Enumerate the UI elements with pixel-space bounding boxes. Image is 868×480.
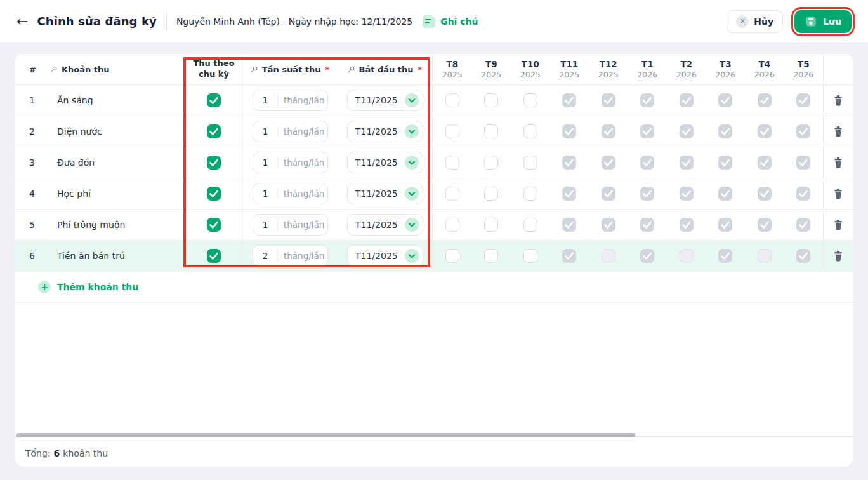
start-month-select[interactable]: T11/2025 <box>347 214 423 236</box>
month-checkbox <box>718 156 732 170</box>
chevron-down-icon[interactable] <box>405 124 419 138</box>
month-checkbox[interactable] <box>484 93 498 107</box>
cycle-checkbox[interactable] <box>207 93 221 107</box>
month-checkbox[interactable] <box>445 187 459 201</box>
back-arrow-icon[interactable]: ← <box>16 15 28 29</box>
delete-row-button[interactable] <box>832 187 844 200</box>
delete-row-button[interactable] <box>832 218 844 231</box>
col-frequency: Tần suất thu* <box>242 54 337 84</box>
month-checkbox[interactable] <box>523 218 537 232</box>
month-checkbox[interactable] <box>445 93 459 107</box>
horizontal-scrollbar-thumb[interactable] <box>16 433 635 437</box>
frequency-unit: tháng/lần <box>278 95 324 105</box>
month-checkbox[interactable] <box>445 124 459 138</box>
add-fee-button[interactable]: + Thêm khoản thu <box>15 272 853 303</box>
month-checkbox[interactable] <box>523 156 537 170</box>
frequency-value[interactable]: 1 <box>253 157 277 168</box>
start-month-select[interactable]: T11/2025 <box>347 152 423 173</box>
frequency-unit: tháng/lần <box>278 251 324 261</box>
cycle-checkbox[interactable] <box>207 124 221 138</box>
chevron-down-icon[interactable] <box>405 218 419 232</box>
chevron-down-icon[interactable] <box>405 156 419 170</box>
month-checkbox <box>640 93 654 107</box>
frequency-input[interactable]: 2 tháng/lần <box>253 245 328 267</box>
row-index: 1 <box>15 85 44 116</box>
start-month-select[interactable]: T11/2025 <box>347 121 423 142</box>
start-month-select[interactable]: T11/2025 <box>347 183 423 204</box>
start-month-value: T11/2025 <box>355 220 405 230</box>
month-header: T9 2025 <box>472 54 511 84</box>
frequency-input[interactable]: 1 tháng/lần <box>253 152 328 173</box>
cycle-checkbox[interactable] <box>207 249 221 263</box>
month-checkbox[interactable] <box>445 249 459 263</box>
month-checkbox <box>640 124 654 138</box>
month-checkbox <box>758 124 772 138</box>
cancel-label: Hủy <box>754 17 773 27</box>
month-checkbox <box>718 187 732 201</box>
note-icon <box>423 15 435 28</box>
month-checkbox[interactable] <box>523 124 537 138</box>
cycle-checkbox[interactable] <box>207 156 221 170</box>
start-month-value: T11/2025 <box>355 189 405 199</box>
col-start: Bắt đầu thu* <box>337 54 432 84</box>
month-checkbox <box>602 124 615 138</box>
month-checkbox[interactable] <box>445 156 459 170</box>
month-checkbox[interactable] <box>484 249 498 263</box>
month-checkbox <box>796 249 810 263</box>
month-checkbox[interactable] <box>484 218 498 232</box>
chevron-down-icon[interactable] <box>405 249 419 263</box>
delete-row-button[interactable] <box>832 94 844 107</box>
month-header: T1 2026 <box>628 54 667 84</box>
month-checkbox[interactable] <box>484 156 498 170</box>
frequency-value[interactable]: 1 <box>253 95 277 105</box>
month-checkbox <box>680 249 694 263</box>
row-index: 2 <box>15 116 44 147</box>
total-suffix: khoản thu <box>63 448 108 458</box>
frequency-input[interactable]: 1 tháng/lần <box>253 214 328 236</box>
chevron-down-icon[interactable] <box>405 187 419 201</box>
frequency-input[interactable]: 1 tháng/lần <box>253 183 328 204</box>
col-cycle: Thu theo chu kỳ <box>185 54 242 84</box>
cycle-checkbox[interactable] <box>207 187 221 201</box>
month-checkbox <box>796 124 810 138</box>
cycle-checkbox[interactable] <box>207 218 221 232</box>
required-mark: * <box>418 65 423 74</box>
cancel-button[interactable]: ✕ Hủy <box>727 10 783 33</box>
month-checkbox <box>562 187 576 201</box>
month-checkbox[interactable] <box>523 93 537 107</box>
frequency-value[interactable]: 1 <box>253 126 277 137</box>
month-checkbox <box>680 124 694 138</box>
month-header: T5 2026 <box>784 54 824 84</box>
frequency-value[interactable]: 2 <box>253 251 277 261</box>
start-month-value: T11/2025 <box>355 95 405 105</box>
frequency-value[interactable]: 1 <box>253 189 277 199</box>
month-checkbox <box>602 218 615 232</box>
table-row: 1 Ăn sáng 1 tháng/lần T11/2025 <box>15 85 853 116</box>
frequency-input[interactable]: 1 tháng/lần <box>253 121 328 142</box>
month-checkbox[interactable] <box>523 249 537 263</box>
save-button[interactable]: Lưu <box>794 10 852 33</box>
month-checkbox <box>718 249 732 263</box>
frequency-input[interactable]: 1 tháng/lần <box>253 90 328 111</box>
chevron-down-icon[interactable] <box>405 93 419 107</box>
month-checkbox[interactable] <box>445 218 459 232</box>
month-header: T12 2025 <box>589 54 628 84</box>
delete-row-button[interactable] <box>832 125 844 138</box>
month-checkbox[interactable] <box>523 187 537 201</box>
month-checkbox <box>758 156 772 170</box>
month-checkbox[interactable] <box>484 124 498 138</box>
frequency-value[interactable]: 1 <box>253 220 277 230</box>
note-button[interactable]: Ghi chú <box>423 15 478 28</box>
total-count: 6 <box>54 448 60 458</box>
month-checkbox <box>680 156 694 170</box>
col-actions <box>823 54 853 84</box>
start-month-select[interactable]: T11/2025 <box>347 90 423 111</box>
month-checkbox <box>562 156 576 170</box>
start-month-select[interactable]: T11/2025 <box>347 245 423 267</box>
table-footer: Tổng: 6 khoản thu <box>25 441 108 465</box>
month-checkbox <box>640 249 654 263</box>
month-checkbox[interactable] <box>484 187 498 201</box>
delete-row-button[interactable] <box>832 250 844 262</box>
table-body: 1 Ăn sáng 1 tháng/lần T11/2025 <box>15 85 853 272</box>
delete-row-button[interactable] <box>832 156 844 169</box>
